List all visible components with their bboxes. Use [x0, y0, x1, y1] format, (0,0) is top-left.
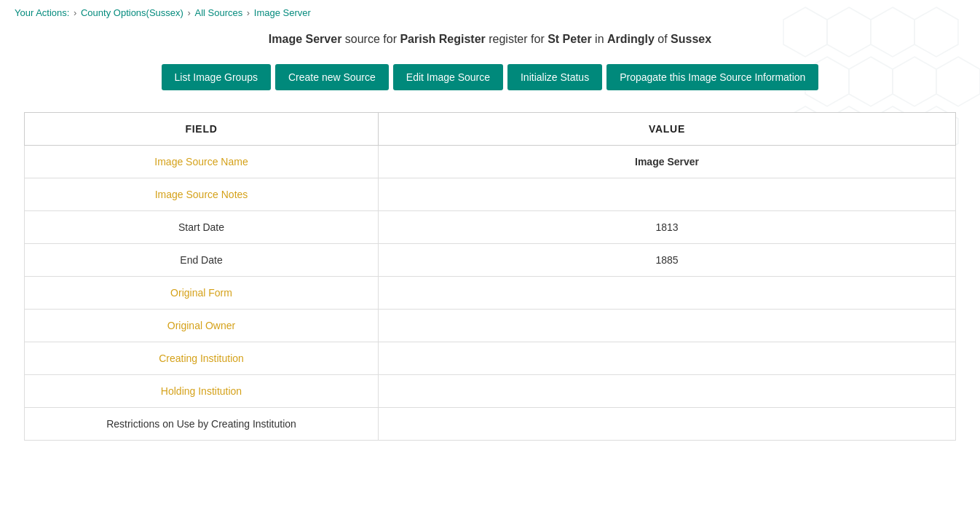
action-buttons: List Image Groups Create new Source Edit…	[15, 64, 965, 90]
field-cell: Creating Institution	[25, 342, 379, 375]
breadcrumb-separator-2: ›	[188, 7, 194, 18]
value-cell: 1813	[379, 211, 956, 244]
title-part-st-peter: St Peter	[548, 33, 591, 45]
field-cell: Start Date	[25, 211, 379, 244]
title-part-4: register for	[486, 33, 548, 45]
breadcrumb-separator-3: ›	[247, 7, 253, 18]
table-row: Holding Institution	[25, 375, 956, 408]
title-part-2: source for	[341, 33, 400, 45]
value-cell: Image Server	[379, 146, 956, 178]
breadcrumb: Your Actions: › County Options(Sussex) ›…	[15, 7, 965, 18]
breadcrumb-separator-1: ›	[74, 7, 79, 18]
field-cell: Holding Institution	[25, 375, 379, 408]
table-row: Creating Institution	[25, 342, 956, 375]
field-cell: Image Source Name	[25, 146, 379, 178]
value-cell	[379, 277, 956, 310]
value-cell	[379, 408, 956, 441]
title-part-image-server: Image Server	[269, 33, 342, 45]
table-row: Original Form	[25, 277, 956, 310]
value-cell: 1885	[379, 244, 956, 277]
create-new-source-button[interactable]: Create new Source	[275, 64, 389, 90]
table-row: Image Source Notes	[25, 178, 956, 211]
col-header-value: VALUE	[379, 113, 956, 146]
table-row: Image Source NameImage Server	[25, 146, 956, 178]
breadcrumb-county-options[interactable]: County Options(Sussex)	[81, 7, 183, 18]
data-table: FIELD VALUE Image Source NameImage Serve…	[24, 112, 956, 441]
table-row: Restrictions on Use by Creating Institut…	[25, 408, 956, 441]
value-cell	[379, 342, 956, 375]
title-part-8: of	[655, 33, 671, 45]
title-part-6: in	[592, 33, 607, 45]
edit-image-source-button[interactable]: Edit Image Source	[393, 64, 503, 90]
value-cell	[379, 375, 956, 408]
propagate-button[interactable]: Propagate this Image Source Information	[606, 64, 818, 90]
breadcrumb-all-sources[interactable]: All Sources	[194, 7, 242, 18]
col-header-field: FIELD	[25, 113, 379, 146]
field-cell: Original Owner	[25, 310, 379, 342]
field-cell: Restrictions on Use by Creating Institut…	[25, 408, 379, 441]
title-part-parish-register: Parish Register	[400, 33, 485, 45]
breadcrumb-image-server[interactable]: Image Server	[254, 7, 311, 18]
field-cell: Image Source Notes	[25, 178, 379, 211]
table-row: End Date1885	[25, 244, 956, 277]
initialize-status-button[interactable]: Initialize Status	[507, 64, 602, 90]
value-cell	[379, 310, 956, 342]
title-part-sussex: Sussex	[671, 33, 711, 45]
table-row: Start Date1813	[25, 211, 956, 244]
table-row: Original Owner	[25, 310, 956, 342]
list-image-groups-button[interactable]: List Image Groups	[162, 64, 271, 90]
field-cell: Original Form	[25, 277, 379, 310]
value-cell	[379, 178, 956, 211]
page-title: Image Server source for Parish Register …	[15, 33, 965, 46]
field-cell: End Date	[25, 244, 379, 277]
breadcrumb-prefix: Your Actions:	[15, 7, 69, 18]
title-part-ardingly: Ardingly	[607, 33, 655, 45]
